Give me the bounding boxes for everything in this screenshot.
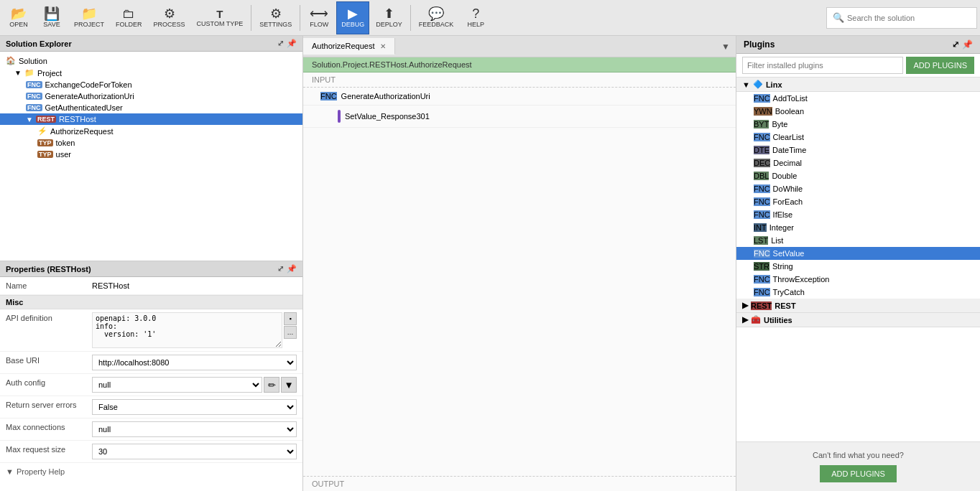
tree-item-generateauth[interactable]: FNC GenerateAuthorizationUri xyxy=(0,90,302,102)
project-button[interactable]: 📁 PROJECT xyxy=(69,1,109,34)
plugins-panel: Plugins ⤢ 📌 ADD PLUGINS ▼ 🔷 Linx FNC Add… xyxy=(736,36,980,491)
help-icon: ? xyxy=(472,7,479,20)
flow-item-generateauth[interactable]: FNC GenerateAuthorizationUri xyxy=(303,88,736,106)
prop-api-btn-expand[interactable]: ▪ xyxy=(284,312,297,325)
add-plugins-button[interactable]: ADD PLUGINS xyxy=(906,57,974,74)
save-button[interactable]: 💾 SAVE xyxy=(36,1,68,34)
plugins-pin-icon[interactable]: 📌 xyxy=(962,39,973,50)
plugin-item-decimal[interactable]: DEC Decimal xyxy=(736,156,980,169)
plugin-item-integer[interactable]: INT Integer xyxy=(736,221,980,234)
flow-button[interactable]: ⟷ FLOW xyxy=(303,1,335,34)
prop-returnerrors-label: Return server errors xyxy=(6,399,92,409)
settings-button[interactable]: ⚙ SETTINGS xyxy=(254,1,297,34)
expand-icon[interactable]: ⤢ xyxy=(277,264,284,273)
tree-item-token[interactable]: TYP token xyxy=(0,137,302,149)
debug-button[interactable]: ▶ DEBUG xyxy=(336,1,369,34)
prop-maxreq-select[interactable]: 30 xyxy=(92,444,297,459)
plugin-item-setvalue[interactable]: FNC SetValue xyxy=(736,247,980,260)
flow-item-setvalue[interactable]: SetValue_Response301 xyxy=(303,106,736,128)
plugin-item-byte[interactable]: BYT Byte xyxy=(736,118,980,131)
expand-icon[interactable]: ⤢ xyxy=(277,39,284,48)
plugin-item-throwexception[interactable]: FNC ThrowException xyxy=(736,273,980,286)
add-plugins-footer-button[interactable]: ADD PLUGINS xyxy=(820,465,897,482)
pin-icon[interactable]: 📌 xyxy=(287,264,297,273)
property-help[interactable]: ▼ Property Help xyxy=(0,463,302,480)
plugin-item-addtolist[interactable]: FNC AddToList xyxy=(736,92,980,105)
prop-api-btn-edit[interactable]: … xyxy=(284,326,297,339)
prop-returnerrors-select[interactable]: False xyxy=(92,399,297,415)
prop-authconfig-value: null ✏ ▼ xyxy=(92,377,297,393)
plugin-item-boolean[interactable]: YWN Boolean xyxy=(736,105,980,118)
solution-label: Solution xyxy=(19,57,47,65)
property-help-label: Property Help xyxy=(17,467,65,476)
open-button[interactable]: 📂 OPEN xyxy=(3,1,34,34)
generateauth-label: GenerateAuthorizationUri xyxy=(45,92,134,100)
fnc-badge: FNC xyxy=(26,81,42,88)
prop-baseuri-select-row: http://localhost:8080 xyxy=(92,355,297,370)
plugin-item-list[interactable]: LST List xyxy=(736,234,980,247)
typ-badge: TYP xyxy=(37,151,53,158)
prop-baseuri-select[interactable]: http://localhost:8080 xyxy=(92,355,297,370)
prop-maxconn-select[interactable]: null xyxy=(92,421,297,437)
plugin-section-utilities-header[interactable]: ▶ 🧰 Utilities xyxy=(736,313,980,327)
folder-icon: 🗀 xyxy=(122,7,135,20)
tree-item-getauth[interactable]: FNC GetAuthenticatedUser xyxy=(0,102,302,113)
pin-icon[interactable]: 📌 xyxy=(287,39,297,48)
tab-authorizerequest[interactable]: AuthorizeRequest ✕ xyxy=(303,38,395,55)
foreach-label: ForEach xyxy=(773,197,803,206)
prop-maxconn-select-row: null xyxy=(92,421,297,437)
fnc-badge: FNC xyxy=(754,197,770,206)
prop-authconfig-select[interactable]: null xyxy=(92,377,262,393)
custom-type-button[interactable]: T CUSTOM TYPE xyxy=(192,1,249,34)
search-box: 🔍 xyxy=(826,7,977,29)
solution-explorer-header: Solution Explorer ⤢ 📌 xyxy=(0,36,302,52)
flow-icon: ⟷ xyxy=(310,7,328,20)
plugin-item-ifelse[interactable]: FNC IfElse xyxy=(736,208,980,221)
plugin-item-datetime[interactable]: DTE DateTime xyxy=(736,144,980,156)
settings-label: SETTINGS xyxy=(259,22,292,28)
plugin-item-string[interactable]: STR String xyxy=(736,260,980,273)
prop-api-label: API definition xyxy=(6,312,92,322)
tree-item-solution[interactable]: 🏠 Solution xyxy=(0,55,302,67)
project-toggle: ▼ xyxy=(14,69,22,77)
tab-close-icon[interactable]: ✕ xyxy=(380,42,386,50)
plugin-item-dowhile[interactable]: FNC DoWhile xyxy=(736,182,980,195)
tree-item-resthost[interactable]: ▼ REST RESTHost xyxy=(0,113,302,125)
prop-baseuri-value: http://localhost:8080 xyxy=(92,355,297,370)
feedback-button[interactable]: 💬 FEEDBACK xyxy=(414,1,459,34)
plugin-section-rest: ▶ REST REST xyxy=(736,299,980,313)
plugin-item-clearlist[interactable]: FNC ClearList xyxy=(736,131,980,144)
solution-explorer: Solution Explorer ⤢ 📌 🏠 Solution ▼ 📁 Pro… xyxy=(0,36,302,261)
tree-item-project[interactable]: ▼ 📁 Project xyxy=(0,67,302,79)
prop-api-textarea[interactable]: openapi: 3.0.0 info: version: '1' xyxy=(92,312,282,348)
tab-dropdown-btn[interactable]: ▼ xyxy=(716,39,736,55)
prop-maxreq-row: Max request size 30 xyxy=(0,441,302,463)
main-area: Solution Explorer ⤢ 📌 🏠 Solution ▼ 📁 Pro… xyxy=(0,36,980,491)
tree-item-user[interactable]: TYP user xyxy=(0,149,302,160)
tree-item-exchangecode[interactable]: FNC ExchangeCodeForToken xyxy=(0,79,302,90)
authreq-label: AuthorizeRequest xyxy=(50,127,113,136)
plugin-section-linx-header[interactable]: ▼ 🔷 Linx xyxy=(736,78,980,92)
plugin-item-foreach[interactable]: FNC ForEach xyxy=(736,195,980,208)
plugins-expand-icon[interactable]: ⤢ xyxy=(952,39,959,50)
authreq-icon: ⚡ xyxy=(37,126,47,136)
process-button[interactable]: ⚙ PROCESS xyxy=(149,1,190,34)
help-button[interactable]: ? HELP xyxy=(460,1,491,34)
resthost-label: RESTHost xyxy=(59,115,96,123)
input-section-label: INPUT xyxy=(303,73,736,88)
folder-button[interactable]: 🗀 FOLDER xyxy=(111,1,147,34)
tree-item-authorizerequest[interactable]: ⚡ AuthorizeRequest xyxy=(0,125,302,137)
plugin-item-trycatch[interactable]: FNC TryCatch xyxy=(736,286,980,299)
properties-title: Properties (RESTHost) xyxy=(6,265,91,273)
deploy-button[interactable]: ⬆ DEPLOY xyxy=(371,1,407,34)
plugins-filter-input[interactable] xyxy=(742,57,903,74)
prop-authconfig-dropdown-btn[interactable]: ▼ xyxy=(281,377,297,393)
process-label: PROCESS xyxy=(154,22,185,28)
token-label: token xyxy=(56,139,75,147)
prop-authconfig-edit-btn[interactable]: ✏ xyxy=(264,377,279,393)
plugin-item-double[interactable]: DBL Double xyxy=(736,169,980,182)
prop-maxreq-select-row: 30 xyxy=(92,444,297,459)
plugin-section-rest-header[interactable]: ▶ REST REST xyxy=(736,299,980,313)
resthost-toggle: ▼ xyxy=(26,116,33,123)
search-input[interactable] xyxy=(847,14,971,22)
